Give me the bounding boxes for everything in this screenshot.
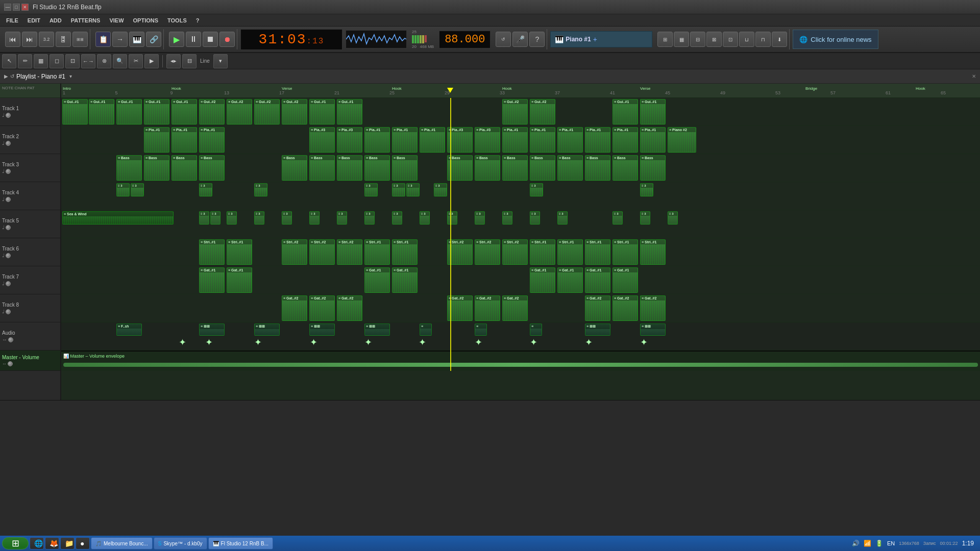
clip-stri2-6[interactable]: ≡ Stri..#2 [502,239,528,265]
clip-pia1-7[interactable]: ≡ Pia..#1 [502,127,528,153]
clip-stri1-4[interactable]: ≡ Stri..#1 [392,239,418,265]
clip-bass-15[interactable]: ≡ Bass [585,155,610,181]
mixer-icon-btn[interactable]: ⊞ [657,32,673,47]
clip-pia1-8[interactable]: ≡ Pia..#1 [530,127,555,153]
clip-sea-4[interactable]: ≡ 3 [227,211,237,224]
clip-t4-9[interactable]: ≡ 3 [530,183,543,196]
clip-audio-3[interactable]: ≡ ⊞⊞ [254,323,280,336]
clip-sea-2[interactable]: ≡ 3 [199,211,209,224]
clip-gui1-6[interactable]: ≡ Gui..#1 [309,99,335,124]
news-button[interactable]: 🌐 Click for online news [793,30,878,49]
clip-gui2-2[interactable]: ≡ Gui..#2 [227,99,252,124]
track-7-vol[interactable] [6,281,11,286]
clip-pia1-6[interactable]: ≡ Pia..#1 [420,127,445,153]
clip-sea-10[interactable]: ≡ 3 [392,211,402,224]
clip-gui2-4[interactable]: ≡ Gui..#2 [282,99,307,124]
clip-sea-14[interactable]: ≡ 3 [502,211,512,224]
clip-audio-1[interactable]: ≡ F..sh [116,323,142,336]
clip-gat2-5[interactable]: ≡ Gat..#2 [475,295,500,321]
clip-sea-12[interactable]: ≡ 3 [447,211,457,224]
clip-gat2-9[interactable]: ≡ Gat..#2 [640,295,666,321]
clip-bass-17[interactable]: ≡ Bass [640,155,666,181]
browser-btn[interactable]: 🔗 [146,32,161,47]
clip-gat2-6[interactable]: ≡ Gat..#2 [502,295,528,321]
clip-bass-14[interactable]: ≡ Bass [557,155,583,181]
download-btn[interactable]: ⬇ [772,32,787,47]
horizontal-scrollbar[interactable] [0,400,980,406]
clip-stri2-5[interactable]: ≡ Stri..#2 [475,239,500,265]
clip-sea-1[interactable]: ≡ Sea & Wind [62,211,174,224]
clip-gui2-3[interactable]: ≡ Gui..#2 [254,99,280,124]
mixer-btn2[interactable]: ⊓ [755,32,771,47]
record-mode-btn[interactable]: ↺ [496,32,511,47]
clip-pia3-3[interactable]: ≡ Pia..#3 [447,127,473,153]
clip-t4-6[interactable]: ≡ 3 [392,183,405,196]
copy-btn[interactable]: ⊡ [723,32,738,47]
clip-pia3-4[interactable]: ≡ Pia..#3 [475,127,500,153]
clip-gat1-8[interactable]: ≡ Gat..#1 [612,267,638,293]
clip-bass-12[interactable]: ≡ Bass [502,155,528,181]
clip-bass-3[interactable]: ≡ Bass [172,155,197,181]
clip-sea-19[interactable]: ≡ 3 [668,211,678,224]
clip-stri2-1[interactable]: ≡ Stri..#2 [282,239,307,265]
clip-gat1-3[interactable]: ≡ Gat..#1 [364,267,390,293]
clip-gat1-2[interactable]: ≡ Gat..#1 [227,267,252,293]
clip-bass-2[interactable]: ≡ Bass [144,155,169,181]
taskbar-flstudio[interactable]: 🎹 Fl Studio 12 RnB B... [208,537,273,549]
clip-pia1-2[interactable]: ≡ Pia..#1 [172,127,197,153]
clip-pia1-3[interactable]: ≡ Pia..#1 [199,127,225,153]
tool-pencil[interactable]: ✏ [18,54,32,68]
clip-bass-6[interactable]: ≡ Bass [309,155,335,181]
clip-gat2-4[interactable]: ≡ Gat..#2 [447,295,473,321]
stepseq-btn[interactable]: → [112,32,128,47]
clip-gat2-3[interactable]: ≡ Gat..#2 [337,295,362,321]
tray-icon-3[interactable]: 🔋 [875,540,883,547]
clip-audio-8[interactable]: ≡ [530,323,542,336]
clip-stri1-2[interactable]: ≡ Stri..#1 [227,239,252,265]
clip-stri1-8[interactable]: ≡ Stri..#1 [612,239,638,265]
tray-icon-2[interactable]: 📶 [864,540,871,547]
line-dropdown[interactable]: ▾ [213,54,228,68]
minimize-btn[interactable]: — [4,4,11,11]
clip-audio-6[interactable]: ≡ [420,323,432,336]
menu-file[interactable]: FILE [2,16,22,24]
clip-bass-8[interactable]: ≡ Bass [364,155,390,181]
taskbar-browser[interactable]: 🌐 [30,537,44,549]
tool-eraser[interactable]: ◻ [50,54,64,68]
clip-gui1-9[interactable]: ≡ Gui..#1 [640,99,666,124]
close-btn[interactable]: ✕ [21,4,29,11]
stop-btn[interactable]: ⏹ [203,32,218,47]
clip-pia1-9[interactable]: ≡ Pia..#1 [557,127,583,153]
clip-stri1-9[interactable]: ≡ Stri..#1 [640,239,666,265]
bpm-display[interactable]: 88.000 [439,31,491,48]
clip-bass-7[interactable]: ≡ Bass [337,155,362,181]
clip-sea-15[interactable]: ≡ 3 [530,211,540,224]
track-8-vol[interactable] [6,309,11,314]
clip-stri1-5[interactable]: ≡ Stri..#1 [530,239,555,265]
clip-sea-13[interactable]: ≡ 3 [475,211,485,224]
clip-sea-8[interactable]: ≡ 3 [337,211,347,224]
piano-add-btn[interactable]: + [593,35,597,43]
play-btn[interactable]: ▶ [169,32,184,47]
clip-gui1-4[interactable]: ≡ Gui..#1 [144,99,169,124]
clip-gui2-1[interactable]: ≡ Gui..#2 [199,99,225,124]
tool-mute[interactable]: ⊗ [97,54,111,68]
taskbar-chrome[interactable]: ● [76,537,90,549]
track-6-vol[interactable] [6,253,11,258]
clip-gui1-8[interactable]: ≡ Gui..#1 [612,99,638,124]
clip-gat1-5[interactable]: ≡ Gat..#1 [530,267,555,293]
clip-sea-3[interactable]: ≡ 3 [210,211,220,224]
restore-btn[interactable]: □ [13,4,20,11]
piano-btn2[interactable]: ⊠ [706,32,722,47]
track-5-vol[interactable] [6,225,11,230]
clip-gui2-6[interactable]: ≡ Gui..#2 [530,99,555,124]
clip-stri2-2[interactable]: ≡ Stri..#2 [309,239,335,265]
clip-gat2-1[interactable]: ≡ Gat..#2 [282,295,307,321]
window-controls[interactable]: — □ ✕ [4,4,29,11]
clip-gui1-3[interactable]: ≡ Gui..#1 [116,99,142,124]
menu-view[interactable]: VIEW [105,16,128,24]
pattern-btn[interactable]: ⊞⊞ [72,32,88,47]
clip-bass-13[interactable]: ≡ Bass [530,155,555,181]
clip-sea-18[interactable]: ≡ 3 [640,211,650,224]
audio-vol[interactable] [8,337,13,342]
